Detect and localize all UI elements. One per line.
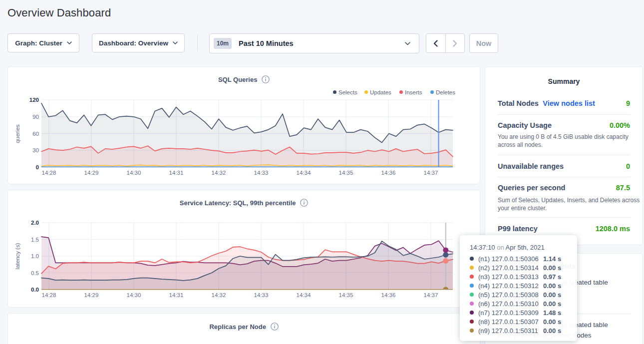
svg-text:1.0: 1.0 [31, 253, 39, 259]
svg-text:14:30: 14:30 [127, 292, 141, 298]
svg-text:latency (s): latency (s) [14, 243, 20, 269]
svg-text:14:32: 14:32 [212, 170, 226, 176]
svg-text:14:35: 14:35 [339, 292, 353, 298]
svg-text:2.0: 2.0 [31, 220, 39, 226]
svg-text:queries: queries [14, 124, 20, 143]
svg-text:14:29: 14:29 [84, 292, 99, 298]
svg-text:90: 90 [32, 114, 39, 120]
svg-text:14:35: 14:35 [339, 170, 353, 176]
svg-text:60: 60 [32, 131, 39, 137]
svg-text:14:31: 14:31 [169, 170, 184, 176]
svg-text:14:34: 14:34 [297, 170, 311, 176]
svg-text:14:32: 14:32 [212, 292, 226, 298]
svg-text:14:34: 14:34 [297, 292, 311, 298]
svg-text:0.5: 0.5 [31, 270, 39, 276]
svg-text:14:31: 14:31 [169, 292, 184, 298]
svg-text:0: 0 [36, 164, 39, 170]
svg-text:1.5: 1.5 [31, 237, 39, 243]
svg-text:14:36: 14:36 [381, 292, 396, 298]
svg-text:14:29: 14:29 [84, 170, 99, 176]
svg-text:14:33: 14:33 [254, 170, 269, 176]
svg-text:14:37: 14:37 [424, 170, 438, 176]
svg-text:30: 30 [32, 147, 39, 153]
svg-text:14:37: 14:37 [424, 292, 438, 298]
svg-text:14:30: 14:30 [127, 170, 141, 176]
svg-text:0.0: 0.0 [31, 287, 39, 293]
svg-text:14:28: 14:28 [42, 292, 56, 298]
svg-text:14:36: 14:36 [381, 170, 396, 176]
svg-text:14:28: 14:28 [42, 170, 56, 176]
svg-text:120: 120 [29, 97, 39, 103]
svg-text:14:33: 14:33 [254, 292, 269, 298]
